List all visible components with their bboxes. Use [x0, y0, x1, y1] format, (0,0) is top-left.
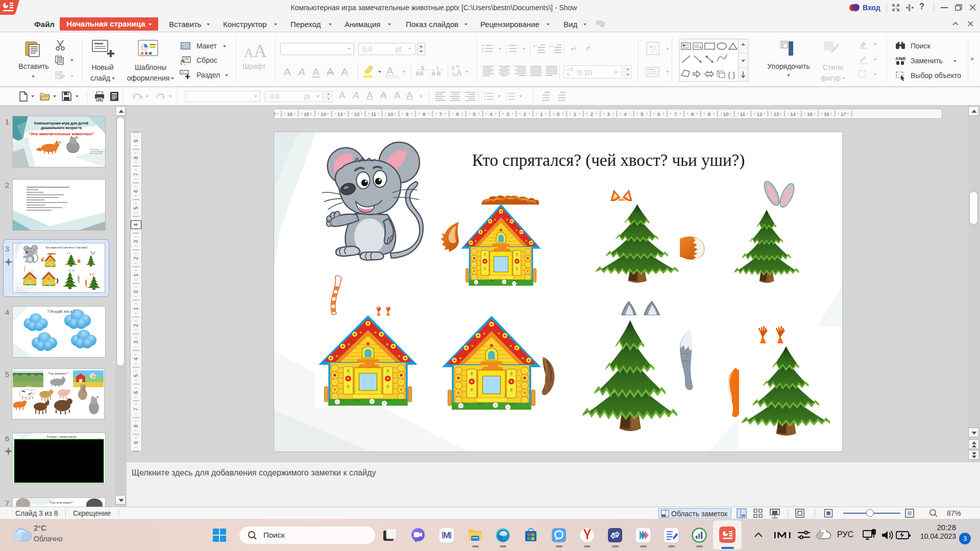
svg-text:13: 13: [337, 111, 343, 117]
svg-text:7: 7: [133, 408, 139, 411]
svg-text:7: 7: [133, 173, 139, 176]
svg-text:дошкольного возраста: дошкольного возраста: [41, 126, 82, 130]
svg-text:"Эти замечательные животные": "Эти замечательные животные": [29, 132, 94, 136]
svg-text:Компьютерная игра для детей: Компьютерная игра для детей: [34, 121, 88, 126]
svg-text:11: 11: [740, 111, 745, 117]
svg-text:5: 5: [641, 111, 643, 117]
svg-text:14: 14: [321, 111, 326, 117]
svg-text:12: 12: [757, 111, 763, 117]
svg-text:4: 4: [133, 223, 139, 226]
svg-text:13: 13: [773, 111, 779, 117]
svg-text:Кто спрятался? (чей хвост? чьи: Кто спрятался? (чей хвост? чьи уши?): [472, 151, 745, 170]
svg-text:7: 7: [439, 111, 442, 117]
svg-text:10: 10: [723, 111, 729, 117]
svg-text:11: 11: [371, 111, 376, 117]
svg-text:4: 4: [624, 111, 626, 117]
svg-text:3: 3: [133, 240, 139, 243]
svg-text:Танцы с мышонком: Танцы с мышонком: [46, 435, 77, 439]
svg-text:"Где живешь?": "Где живешь?": [47, 371, 68, 375]
svg-text:6: 6: [133, 190, 139, 193]
svg-text:5: 5: [133, 206, 139, 209]
svg-text:★A: ★A: [649, 44, 656, 49]
svg-text:0: 0: [557, 111, 559, 117]
svg-text:15: 15: [304, 111, 309, 117]
svg-text:0: 0: [133, 290, 139, 293]
svg-text:9: 9: [708, 111, 710, 117]
svg-text:3: 3: [607, 111, 609, 117]
svg-text:1: 1: [540, 111, 543, 117]
svg-text:{ }: { }: [728, 70, 735, 79]
svg-text:6: 6: [456, 111, 459, 117]
svg-text:Иванченко Ю.В.: Иванченко Ю.В.: [90, 153, 103, 155]
svg-text:6: 6: [133, 391, 139, 394]
svg-text:9: 9: [133, 139, 139, 142]
svg-text:9: 9: [406, 111, 408, 117]
svg-text:8: 8: [423, 111, 425, 117]
svg-text:M: M: [443, 531, 450, 540]
svg-text:8: 8: [133, 156, 139, 159]
svg-text:8: 8: [691, 111, 694, 117]
svg-text:4: 4: [489, 111, 492, 117]
svg-text:4: 4: [133, 357, 139, 360]
svg-text:8: 8: [133, 424, 139, 428]
svg-text:16: 16: [287, 111, 292, 117]
svg-text:14: 14: [790, 111, 796, 117]
svg-text:16: 16: [824, 111, 829, 117]
svg-text:1: 1: [574, 111, 576, 117]
svg-text:A: A: [699, 45, 702, 49]
svg-text:5: 5: [473, 111, 476, 117]
svg-text:6: 6: [657, 111, 660, 117]
svg-text:5: 5: [133, 374, 139, 377]
svg-text:"Отгадай, кто я?": "Отгадай, кто я?": [47, 309, 75, 314]
svg-text:15: 15: [807, 111, 813, 117]
svg-text:2: 2: [523, 111, 526, 117]
svg-text:2: 2: [133, 257, 139, 260]
svg-text:"Где моя мама?": "Где моя мама?": [49, 500, 74, 505]
svg-text:12: 12: [354, 111, 360, 117]
svg-text:17: 17: [841, 111, 846, 117]
svg-text:10: 10: [388, 111, 394, 117]
svg-text:2: 2: [591, 111, 593, 117]
svg-text:3: 3: [506, 111, 509, 117]
svg-text:1: 1: [133, 307, 139, 310]
svg-text:3: 3: [133, 340, 139, 343]
svg-text:1: 1: [133, 273, 139, 277]
svg-text:2: 2: [133, 323, 139, 327]
svg-text:9: 9: [133, 441, 139, 444]
svg-text:A⇆B: A⇆B: [895, 56, 905, 61]
svg-text:7: 7: [674, 111, 677, 117]
svg-text:17: 17: [274, 111, 276, 117]
